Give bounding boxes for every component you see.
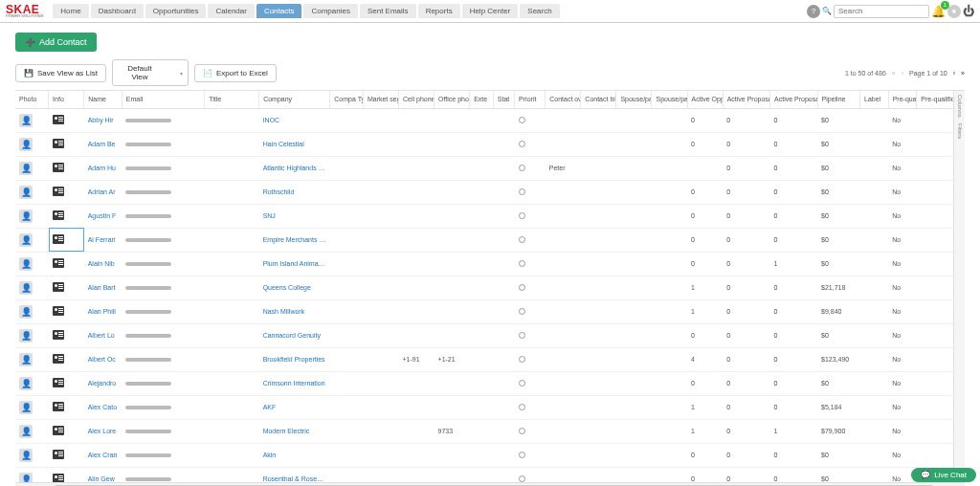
company-link[interactable]: INOC: [263, 117, 280, 123]
company-link[interactable]: Rosenthal & Rosenthal: [263, 475, 330, 482]
col-header[interactable]: Exte: [470, 91, 494, 108]
table-row[interactable]: 👤Abby HirINOC000$0No: [15, 108, 965, 132]
priority-circle-icon[interactable]: [519, 188, 525, 195]
col-header[interactable]: Contact birthday: [581, 91, 616, 108]
brand-logo[interactable]: SKAE POWER SOLUTIONS: [6, 6, 43, 17]
vcard-icon[interactable]: [53, 354, 64, 364]
table-row[interactable]: 👤Adam HuAtlantic Highlands PDPeter00$0No: [15, 156, 965, 180]
vcard-icon[interactable]: [53, 163, 64, 172]
col-header[interactable]: Contact owner: [546, 91, 581, 108]
table-row[interactable]: 👤Alan PhillNash Millwork100$9,840No: [15, 299, 965, 323]
col-header[interactable]: Spouse/partner birthday: [652, 91, 687, 108]
col-header[interactable]: Cell phone: [398, 91, 434, 108]
company-link[interactable]: Queens College: [263, 284, 311, 291]
contact-name-link[interactable]: Adam Be: [88, 141, 116, 147]
help-icon[interactable]: ?: [807, 5, 820, 18]
priority-circle-icon[interactable]: [519, 332, 525, 339]
nav-search[interactable]: Search: [520, 4, 559, 18]
priority-circle-icon[interactable]: [519, 404, 525, 410]
table-row[interactable]: 👤AlejandroCrimsonn Internation000$0No: [15, 371, 965, 395]
col-header[interactable]: Priorit: [515, 91, 546, 108]
contact-name-link[interactable]: Albert Lo: [88, 332, 115, 339]
col-header[interactable]: Office phone: [434, 91, 470, 108]
table-row[interactable]: 👤Alan BartQueens College100$21,718No: [15, 276, 965, 299]
col-header[interactable]: Active Proposals for Company: [770, 91, 817, 108]
col-header[interactable]: Spouse/partner name: [616, 91, 652, 108]
vcard-icon[interactable]: [53, 210, 64, 220]
table-row[interactable]: 👤Al FerrariEmpire Merchants Nor000$0No: [15, 228, 965, 252]
filters-tab[interactable]: Filters: [957, 123, 963, 139]
table-row[interactable]: 👤Agustin FSNJ000$0No: [15, 204, 965, 228]
vcard-icon[interactable]: [53, 258, 64, 268]
nav-companies[interactable]: Companies: [303, 4, 357, 18]
table-row[interactable]: 👤Alain NibPlum Island Animal Di001$0No: [15, 252, 965, 276]
contact-name-link[interactable]: Alain Nib: [88, 260, 115, 267]
contact-name-link[interactable]: Alex Lore: [88, 428, 117, 434]
priority-circle-icon[interactable]: [519, 212, 525, 219]
contact-name-link[interactable]: Adam Hu: [88, 165, 116, 171]
company-link[interactable]: SNJ: [263, 212, 276, 219]
vcard-icon[interactable]: [53, 450, 64, 459]
col-header[interactable]: Pipeline: [817, 91, 860, 108]
priority-circle-icon[interactable]: [519, 308, 525, 315]
col-header[interactable]: Active Opportuni: [687, 91, 723, 108]
company-link[interactable]: Akin: [263, 452, 277, 458]
nav-dashboard[interactable]: Dashboard: [91, 4, 144, 18]
nav-calendar[interactable]: Calendar: [208, 4, 254, 18]
nav-opportunities[interactable]: Opportunities: [145, 4, 207, 18]
priority-circle-icon[interactable]: [519, 428, 525, 434]
table-row[interactable]: 👤Albert LoCannacord Genuity000$0No: [15, 323, 965, 347]
save-view-button[interactable]: 💾 Save View as List: [15, 64, 106, 82]
vcard-icon[interactable]: [53, 474, 64, 482]
priority-circle-icon[interactable]: [519, 236, 525, 243]
col-header[interactable]: Email: [122, 91, 205, 108]
col-header[interactable]: Company: [259, 91, 330, 108]
table-row[interactable]: 👤Alin GewRosenthal & Rosenthal000$0No: [15, 467, 965, 482]
col-header[interactable]: Name: [84, 91, 122, 108]
contact-name-link[interactable]: Agustin F: [88, 212, 117, 219]
vcard-icon[interactable]: [53, 330, 64, 340]
contact-name-link[interactable]: Alex Cato: [88, 404, 117, 410]
contact-name-link[interactable]: Al Ferrari: [88, 236, 116, 243]
contact-name-link[interactable]: Abby Hir: [88, 117, 114, 123]
export-excel-button[interactable]: 📄 Export to Excel: [194, 64, 277, 82]
search-input[interactable]: [834, 5, 929, 18]
vcard-icon[interactable]: [53, 234, 64, 244]
vcard-icon[interactable]: [53, 282, 64, 292]
col-header[interactable]: Compa Type: [330, 91, 364, 108]
col-header[interactable]: Pre-qualified: [888, 91, 917, 108]
table-row[interactable]: 👤Alex LoreModern Electric9733101$79,900N…: [15, 419, 965, 443]
page-prev-button[interactable]: ‹: [902, 70, 903, 77]
vcard-icon[interactable]: [53, 426, 64, 435]
view-select[interactable]: Default View: [112, 59, 189, 86]
priority-circle-icon[interactable]: [519, 356, 525, 363]
vcard-icon[interactable]: [53, 402, 64, 411]
contact-name-link[interactable]: Alejandro: [88, 380, 117, 387]
table-row[interactable]: 👤Albert OcBrookfield Properties+1-91+1-2…: [15, 347, 965, 371]
table-row[interactable]: 👤Adrian ArRothschild000$0No: [15, 180, 965, 204]
col-header[interactable]: Label: [860, 91, 889, 108]
company-link[interactable]: Atlantic Highlands PD: [263, 165, 328, 171]
contact-name-link[interactable]: Alan Phill: [88, 308, 116, 315]
col-header[interactable]: Photo: [15, 91, 49, 108]
priority-circle-icon[interactable]: [519, 380, 525, 387]
power-icon[interactable]: ⏻: [963, 5, 974, 18]
company-link[interactable]: Plum Island Animal Di: [263, 260, 328, 267]
priority-circle-icon[interactable]: [519, 475, 525, 482]
company-link[interactable]: Empire Merchants Nor: [263, 236, 330, 243]
col-header[interactable]: Active Proposals for Contact: [723, 91, 769, 108]
table-row[interactable]: 👤Alex CatoAKF100$5,184No: [15, 395, 965, 419]
company-link[interactable]: Nash Millwork: [263, 308, 305, 315]
contact-name-link[interactable]: Alan Bart: [88, 284, 116, 291]
contact-name-link[interactable]: Albert Oc: [88, 356, 116, 363]
page-last-button[interactable]: »: [961, 70, 965, 77]
col-header[interactable]: Title: [205, 91, 259, 108]
side-panel-tabs[interactable]: Columns Filters: [953, 91, 965, 482]
company-link[interactable]: Brookfield Properties: [263, 356, 325, 363]
page-first-button[interactable]: «: [892, 70, 896, 77]
vcard-icon[interactable]: [53, 187, 64, 196]
priority-circle-icon[interactable]: [519, 117, 525, 123]
table-row[interactable]: 👤Alex CranAkin000$0No: [15, 443, 965, 467]
col-header[interactable]: Stat: [493, 91, 514, 108]
table-row[interactable]: 👤Adam BeHain Celestial000$0No: [15, 132, 965, 156]
